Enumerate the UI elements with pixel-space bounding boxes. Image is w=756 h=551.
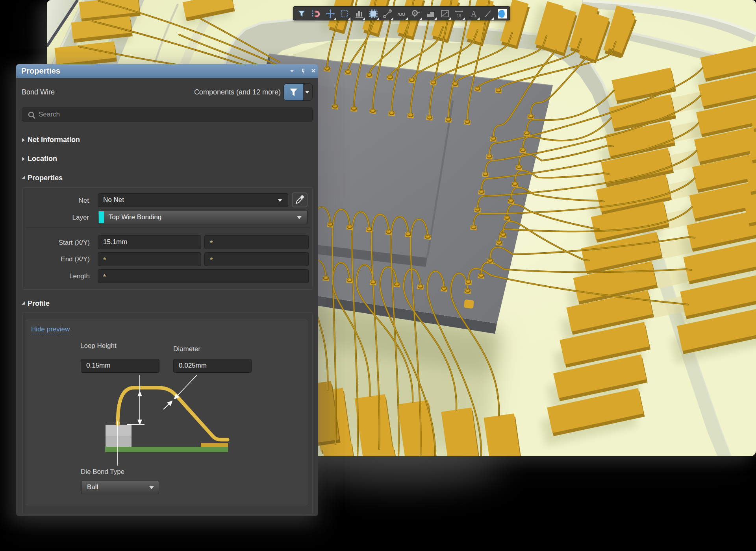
svg-text:10: 10 [457, 14, 461, 18]
svg-text:A: A [471, 9, 477, 18]
